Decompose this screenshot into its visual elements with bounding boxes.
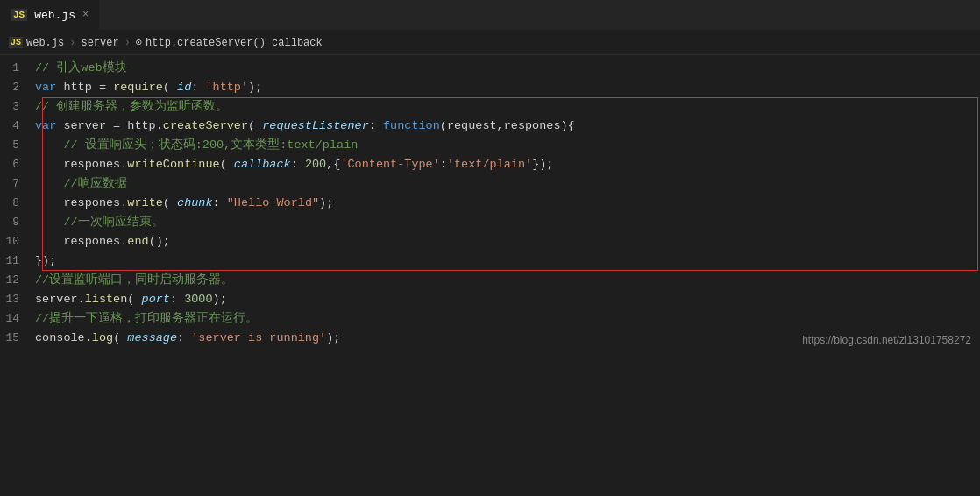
table-row: 13server.listen( port: 3000); <box>0 290 980 309</box>
line-content: var http = require( id: 'http'); <box>35 78 262 97</box>
breadcrumb-sep1: › <box>69 37 75 49</box>
line-content: respones.writeContinue( callback: 200,{'… <box>35 155 553 174</box>
breadcrumb-js-icon: JS <box>9 37 23 48</box>
table-row: 8 respones.write( chunk: "Hello World"); <box>0 194 980 213</box>
line-number: 6 <box>0 155 35 174</box>
line-number: 4 <box>0 117 35 136</box>
line-content: //提升一下逼格，打印服务器正在运行。 <box>35 309 258 329</box>
close-tab-button[interactable]: × <box>82 9 89 21</box>
line-number: 2 <box>0 78 35 97</box>
line-number: 8 <box>0 194 35 213</box>
line-content: respones.write( chunk: "Hello World"); <box>35 194 333 213</box>
line-content: //一次响应结束。 <box>35 213 164 232</box>
line-number: 13 <box>0 290 35 309</box>
table-row: 5 // 设置响应头；状态码:200,文本类型:text/plain <box>0 136 980 155</box>
table-row: 7 //响应数据 <box>0 174 980 194</box>
table-row: 2var http = require( id: 'http'); <box>0 78 980 97</box>
line-number: 7 <box>0 174 35 194</box>
js-file-icon: JS <box>11 9 27 21</box>
line-content: var server = http.createServer( requestL… <box>35 117 575 136</box>
line-number: 15 <box>0 329 35 348</box>
table-row: 9 //一次响应结束。 <box>0 213 980 232</box>
table-row: 14//提升一下逼格，打印服务器正在运行。 <box>0 309 980 329</box>
line-content: }); <box>35 252 56 271</box>
line-number: 12 <box>0 271 35 290</box>
line-number: 1 <box>0 59 35 78</box>
breadcrumb-file: web.js <box>26 37 64 49</box>
line-content: //设置监听端口，同时启动服务器。 <box>35 271 233 290</box>
table-row: 6 respones.writeContinue( callback: 200,… <box>0 155 980 174</box>
line-number: 14 <box>0 309 35 329</box>
line-number: 5 <box>0 136 35 155</box>
line-content: console.log( message: 'server is running… <box>35 329 340 348</box>
code-area: 1// 引入web模块2var http = require( id: 'htt… <box>0 55 980 351</box>
line-number: 10 <box>0 232 35 252</box>
breadcrumb: JS web.js › server › ⊙ http.createServer… <box>0 31 980 55</box>
line-number: 11 <box>0 252 35 271</box>
table-row: 12//设置监听端口，同时启动服务器。 <box>0 271 980 290</box>
tab-bar: JS web.js × <box>0 0 980 31</box>
line-content: respones.end(); <box>35 232 170 252</box>
table-row: 3// 创建服务器，参数为监听函数。 <box>0 97 980 117</box>
tab-webjs[interactable]: JS web.js × <box>0 0 100 31</box>
table-row: 1// 引入web模块 <box>0 59 980 78</box>
line-content: // 引入web模块 <box>35 59 127 78</box>
line-content: // 设置响应头；状态码:200,文本类型:text/plain <box>35 136 358 155</box>
line-number: 3 <box>0 97 35 117</box>
table-row: 4var server = http.createServer( request… <box>0 117 980 136</box>
tab-filename: web.js <box>34 9 75 22</box>
line-content: //响应数据 <box>35 174 127 194</box>
breadcrumb-server: server <box>81 37 118 49</box>
table-row: 11}); <box>0 252 980 271</box>
line-content: server.listen( port: 3000); <box>35 290 227 309</box>
breadcrumb-callback-icon: ⊙ <box>136 36 142 49</box>
code-editor: 1// 引入web模块2var http = require( id: 'htt… <box>0 55 980 351</box>
line-content: // 创建服务器，参数为监听函数。 <box>35 97 228 117</box>
watermark: https://blog.csdn.net/zl13101758272 <box>802 334 971 346</box>
breadcrumb-callback: http.createServer() callback <box>146 37 323 49</box>
breadcrumb-sep2: › <box>124 37 131 49</box>
line-number: 9 <box>0 213 35 232</box>
table-row: 10 respones.end(); <box>0 232 980 252</box>
